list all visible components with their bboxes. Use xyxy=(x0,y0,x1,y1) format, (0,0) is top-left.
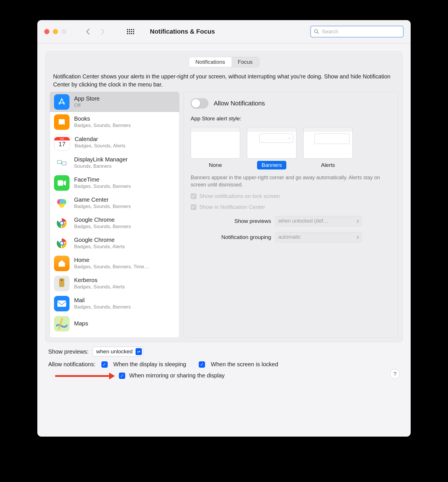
chevron-updown-icon: ▴▾ xyxy=(357,219,359,223)
mirroring-checkbox[interactable]: ✓ xyxy=(119,373,125,379)
mirroring-label: When mirroring or sharing the display xyxy=(129,372,225,379)
forward-button[interactable] xyxy=(98,27,107,36)
help-button[interactable]: ? xyxy=(390,369,400,379)
alert-style-alerts-label: Alerts xyxy=(316,161,340,169)
app-name: Kerberos xyxy=(74,277,125,284)
toolbar: Notifications & Focus xyxy=(37,20,411,43)
show-all-button[interactable] xyxy=(126,27,135,36)
app-subtitle: Badges, Sounds, Banners xyxy=(74,223,131,230)
app-row-books[interactable]: Books Badges, Sounds, Banners xyxy=(50,112,179,132)
chrome-icon xyxy=(54,236,69,251)
app-subtitle: Off xyxy=(74,102,100,108)
appstore-icon xyxy=(54,94,69,110)
window-title: Notifications & Focus xyxy=(150,28,215,35)
alert-style-heading: App Store alert style: xyxy=(191,115,391,122)
svg-rect-3 xyxy=(62,162,66,165)
svg-rect-17 xyxy=(57,300,66,306)
app-name: Google Chrome xyxy=(74,216,131,223)
app-subtitle: Sounds, Banners xyxy=(74,163,128,169)
app-row-app-store[interactable]: App Store Off xyxy=(50,92,179,112)
tab-notifications[interactable]: Notifications xyxy=(189,57,231,67)
svg-point-16 xyxy=(61,279,63,281)
app-row-calendar[interactable]: JUL17 Calendar Badges, Sounds, Alerts xyxy=(50,132,179,153)
sleeping-checkbox[interactable]: ✓ xyxy=(101,361,108,368)
app-subtitle: Badges, Sounds, Alerts xyxy=(74,244,125,250)
panel-description: Notification Center shows your alerts in… xyxy=(46,67,402,92)
show-previews-label: Show previews: xyxy=(48,348,88,355)
app-subtitle: Badges, Sounds, Banners xyxy=(74,304,131,310)
search-field[interactable] xyxy=(310,26,404,38)
app-row-game-center[interactable]: Game Center Badges, Sounds, Banners xyxy=(50,193,179,213)
app-row-home[interactable]: Home Badges, Sounds, Banners, Time… xyxy=(50,253,179,273)
home-icon xyxy=(54,256,69,271)
app-name: FaceTime xyxy=(74,176,131,183)
lock-screen-checkbox-row: ✓ Show notifications on lock screen xyxy=(191,193,391,199)
gamecenter-icon xyxy=(54,195,69,211)
tab-group: Notifications Focus xyxy=(189,57,259,67)
app-name: App Store xyxy=(74,95,100,102)
main-panel: Notifications Focus Notification Center … xyxy=(45,51,403,342)
alert-style-none-label: None xyxy=(204,161,226,169)
kerberos-icon xyxy=(54,276,69,291)
bottom-controls: Show previews: when unlocked ▴▾ Allow no… xyxy=(45,342,403,379)
app-detail: Allow Notifications App Store alert styl… xyxy=(184,92,398,338)
alert-style-none[interactable]: None xyxy=(191,127,240,169)
locked-checkbox[interactable]: ✓ xyxy=(199,361,205,368)
app-name: Maps xyxy=(74,320,88,327)
app-name: Google Chrome xyxy=(74,236,125,244)
allow-notifications-label: Allow Notifications xyxy=(214,100,265,107)
svg-rect-2 xyxy=(57,160,62,163)
preferences-window: Notifications & Focus Notifications Focu… xyxy=(37,20,411,437)
notif-center-checkbox-row: ✓ Show in Notification Center xyxy=(191,204,391,210)
back-button[interactable] xyxy=(83,27,92,36)
displaylink-icon xyxy=(54,155,69,171)
app-row-google-chrome[interactable]: Google Chrome Badges, Sounds, Alerts xyxy=(50,233,179,253)
search-input[interactable] xyxy=(321,28,400,35)
zoom-window-button[interactable] xyxy=(61,29,67,34)
allow-notifications-toggle[interactable] xyxy=(191,98,208,109)
minimize-window-button[interactable] xyxy=(53,29,58,34)
alert-style-description: Banners appear in the upper-right corner… xyxy=(191,174,391,188)
tab-focus[interactable]: Focus xyxy=(231,57,259,67)
app-name: Home xyxy=(74,257,149,264)
window-controls xyxy=(44,29,67,34)
app-row-kerberos[interactable]: Kerberos Badges, Sounds, Alerts xyxy=(50,273,179,294)
notif-center-checkbox[interactable]: ✓ xyxy=(191,204,196,210)
lock-screen-checkbox[interactable]: ✓ xyxy=(191,193,196,199)
app-row-mail[interactable]: Mail Badges, Sounds, Banners xyxy=(50,294,179,314)
app-subtitle: Badges, Sounds, Banners xyxy=(74,203,131,209)
app-row-google-chrome[interactable]: Google Chrome Badges, Sounds, Banners xyxy=(50,213,179,233)
chevron-updown-icon: ▴▾ xyxy=(136,348,142,355)
annotation-arrow xyxy=(55,375,110,377)
app-name: Calendar xyxy=(75,136,125,143)
app-name: Books xyxy=(74,115,131,122)
app-row-maps[interactable]: Maps xyxy=(50,314,179,334)
show-previews-select[interactable]: when unlocked ▴▾ xyxy=(92,347,143,356)
svg-point-11 xyxy=(60,222,63,225)
locked-label: When the screen is locked xyxy=(211,361,278,368)
app-subtitle: Badges, Sounds, Banners xyxy=(74,183,131,189)
alert-style-banners-label: Banners xyxy=(257,161,287,169)
notification-grouping-select[interactable]: automatic ▴▾ xyxy=(275,232,362,242)
show-previews-detail-select[interactable]: when unlocked (def… ▴▾ xyxy=(275,216,362,226)
app-row-displaylink-manager[interactable]: DisplayLink Manager Sounds, Banners xyxy=(50,153,179,173)
maps-icon xyxy=(54,316,69,331)
close-window-button[interactable] xyxy=(44,29,49,34)
alert-style-banners[interactable]: → Banners xyxy=(247,127,296,169)
allow-notifications-label: Allow notifications: xyxy=(48,361,96,368)
search-icon xyxy=(314,29,319,34)
app-row-facetime[interactable]: FaceTime Badges, Sounds, Banners xyxy=(50,173,179,193)
app-subtitle: Badges, Sounds, Banners, Time… xyxy=(74,264,149,270)
calendar-icon: JUL17 xyxy=(54,134,70,151)
app-list[interactable]: App Store Off Books Badges, Sounds, Bann… xyxy=(50,92,179,338)
chrome-icon xyxy=(54,215,69,231)
books-icon xyxy=(54,114,69,130)
svg-rect-4 xyxy=(58,180,63,186)
app-subtitle: Badges, Sounds, Alerts xyxy=(75,143,125,149)
notif-center-label: Show in Notification Center xyxy=(199,204,265,210)
lock-screen-label: Show notifications on lock screen xyxy=(199,193,280,199)
app-name: Mail xyxy=(74,297,131,304)
app-subtitle: Badges, Sounds, Banners xyxy=(74,122,131,128)
mail-icon xyxy=(54,296,69,311)
alert-style-alerts[interactable]: Alerts xyxy=(303,127,353,169)
